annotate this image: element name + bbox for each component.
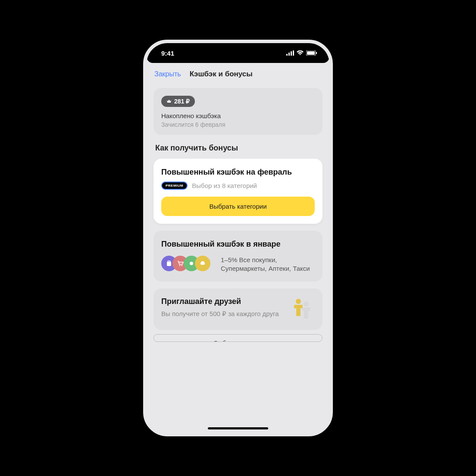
january-row: 1–5% Все покупки, Супермаркеты, Аптеки, … — [161, 256, 315, 273]
svg-rect-0 — [286, 54, 288, 56]
svg-point-9 — [179, 265, 180, 266]
balance-sub: Зачислится 6 февраля — [161, 121, 315, 128]
close-button[interactable]: Закрыть — [154, 70, 181, 78]
promo-card[interactable]: Повышенный кэшбэк на февраль PREMIUM Выб… — [153, 159, 323, 224]
friends-icon — [287, 297, 315, 321]
crown-icon — [166, 99, 172, 103]
svg-rect-6 — [316, 52, 317, 54]
category-icons — [161, 256, 210, 271]
screen: Закрыть Кэшбэк и бонусы 281 ₽ Накоплено … — [147, 63, 329, 433]
svg-point-17 — [304, 301, 309, 307]
notch — [195, 43, 281, 57]
content[interactable]: 281 ₽ Накоплено кэшбэка Зачислится 6 фев… — [147, 84, 329, 433]
battery-icon — [306, 50, 317, 56]
svg-rect-13 — [201, 261, 204, 263]
home-indicator[interactable] — [208, 427, 268, 429]
balance-label: Накоплено кэшбэка — [161, 112, 315, 119]
svg-rect-18 — [302, 307, 310, 311]
january-card[interactable]: Повышенный кэшбэк в январе — [153, 231, 323, 282]
phone-frame: 9:41 Закрыть Кэшбэк и бонусы 281 ₽ Накоп… — [143, 40, 333, 436]
balance-pill: 281 ₽ — [161, 96, 195, 107]
january-desc: 1–5% Все покупки, Супермаркеты, Аптеки, … — [221, 256, 315, 273]
svg-rect-1 — [288, 53, 290, 56]
status-icons — [286, 50, 317, 56]
invite-card[interactable]: Приглашайте друзей Вы получите от 500 ₽ … — [153, 288, 323, 330]
balance-card[interactable]: 281 ₽ Накоплено кэшбэка Зачислится 6 фев… — [153, 88, 323, 135]
svg-rect-3 — [293, 50, 294, 56]
invite-title: Приглашайте друзей — [161, 297, 282, 306]
svg-rect-2 — [291, 51, 292, 56]
wifi-icon — [297, 50, 304, 56]
cellular-icon — [286, 50, 294, 56]
taxi-icon — [195, 256, 210, 271]
promo-title: Повышенный кэшбэк на февраль — [161, 167, 315, 177]
status-time: 9:41 — [161, 50, 174, 57]
svg-rect-15 — [294, 305, 303, 308]
premium-row: PREMIUM Выбор из 8 категорий — [161, 182, 315, 190]
svg-point-10 — [182, 265, 182, 266]
svg-rect-19 — [304, 311, 308, 319]
premium-badge: PREMIUM — [161, 182, 188, 190]
section-title: Как получить бонусы — [155, 144, 321, 153]
january-title: Повышенный кэшбэк в январе — [161, 239, 315, 249]
promo-subtitle: Выбор из 8 категорий — [192, 182, 257, 189]
choose-product-button[interactable]: Выбрать продукт — [153, 334, 323, 342]
svg-point-14 — [296, 299, 301, 304]
choose-categories-button[interactable]: Выбрать категории — [161, 197, 315, 216]
invite-desc: Вы получите от 500 ₽ за каждого друга — [161, 310, 282, 318]
balance-amount: 281 ₽ — [174, 98, 190, 105]
svg-rect-16 — [296, 308, 301, 316]
svg-rect-5 — [307, 51, 315, 55]
navbar: Закрыть Кэшбэк и бонусы — [147, 63, 329, 84]
page-title: Кэшбэк и бонусы — [190, 70, 253, 78]
svg-rect-11 — [190, 262, 193, 265]
